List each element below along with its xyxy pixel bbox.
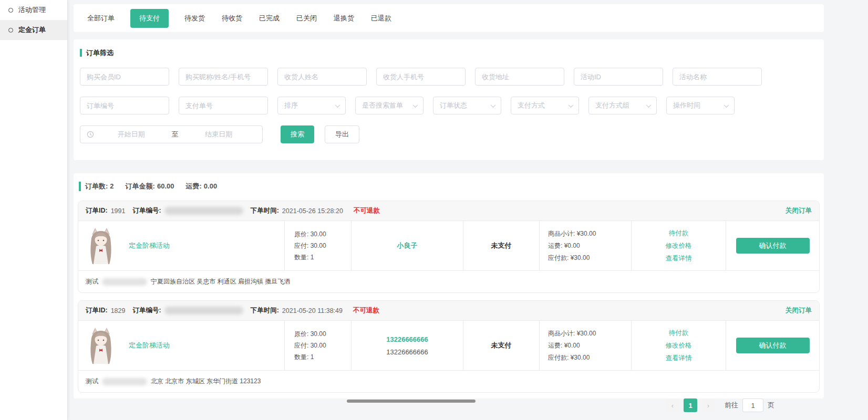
tab-pending-payment[interactable]: 待支付 [130,9,169,28]
order-no-redacted [164,207,243,215]
tab-completed[interactable]: 已完成 [258,9,281,28]
sidebar-item-deposit-orders[interactable]: 定金订单 [0,20,67,40]
buyer-cell: 小良子 [351,221,463,270]
freight-label: 运费: [548,242,562,249]
close-order-link[interactable]: 关闭订单 [786,206,812,215]
freight-value: 0.00 [204,182,217,190]
buyer-name-link[interactable]: 小良子 [397,241,418,250]
tab-pending-receipt[interactable]: 待收货 [221,9,243,28]
order-no-redacted [164,307,243,314]
radio-circle-icon [8,28,13,33]
sort-select[interactable]: 排序 [277,97,346,114]
product-name-link[interactable]: 定金阶梯活动 [129,341,170,350]
buyer-cell: 13226666666 13226666666 [351,321,463,370]
view-detail-link[interactable]: 查看详情 [666,354,692,363]
product-cell: 定金阶梯活动 [78,321,284,370]
qty-label: 数量: [294,254,308,261]
prev-page-button[interactable]: ‹ [666,398,679,412]
product-name-link[interactable]: 定金阶梯活动 [129,241,170,250]
actions-cell: 待付款 修改价格 查看详情 [631,321,726,370]
address-prefix: 测试 [86,377,98,386]
horizontal-scrollbar-thumb[interactable] [347,400,476,403]
buyer-name-link[interactable]: 13226666666 [386,335,428,343]
address-prefix: 测试 [86,277,98,286]
due-value: 30.00 [311,342,326,349]
order-address: 测试 宁夏回族自治区 吴忠市 利通区 扁担沟镇 擞旦飞洒 [78,270,819,292]
confirm-payment-button[interactable]: 确认付款 [736,338,810,353]
order-time: 2021-05-20 11:38:49 [282,307,343,314]
tab-closed[interactable]: 已关闭 [295,9,318,28]
order-time-label: 下单时间: [251,206,279,215]
date-separator: 至 [169,130,182,139]
refund-flag: 不可退款 [353,306,379,315]
consignee-name-input[interactable] [277,68,367,86]
confirm-payment-button[interactable]: 确认付款 [736,238,810,254]
order-amount-value: 60.00 [157,182,174,190]
product-cell: 定金阶梯活动 [78,221,284,270]
order-no-input[interactable] [80,97,169,114]
buyer-member-id-input[interactable] [80,68,169,86]
orig-price-label: 原价: [294,330,308,338]
orders-summary: 订单数:2 订单金额:60.00 运费:0.00 [79,182,820,191]
sidebar-item-label: 活动管理 [18,5,46,15]
status-pending-payment: 待付款 [669,229,689,238]
order-filter-panel: 订单筛选 排序 是否搜索首单 订单状态 [74,39,824,160]
page-1-button[interactable]: 1 [684,398,697,412]
product-image [87,327,115,364]
tab-pending-shipment[interactable]: 待发货 [183,9,206,28]
subtotal-value: ¥30.00 [577,230,596,237]
chevron-down-icon [569,102,574,108]
payment-no-input[interactable] [179,97,268,114]
operation-time-select[interactable]: 操作时间 [666,97,735,114]
sidebar: 活动管理 定金订单 [0,0,68,420]
tab-returns[interactable]: 退换货 [333,9,355,28]
orig-price-value: 30.00 [311,230,326,238]
chevron-down-icon [335,102,340,108]
orders-panel: 订单数:2 订单金额:60.00 运费:0.00 订单ID: 1991 订单编号… [74,173,824,398]
sidebar-item-label: 定金订单 [18,25,46,35]
order-status-select[interactable]: 订单状态 [433,97,501,114]
order-count-label: 订单数: [85,182,108,190]
edit-price-link[interactable]: 修改价格 [666,341,692,350]
radio-circle-icon [8,8,13,13]
consignee-phone-input[interactable] [376,68,466,86]
goto-page-input[interactable] [742,398,763,412]
order-card-header: 订单ID: 1829 订单编号: 下单时间: 2021-05-20 11:38:… [78,301,819,320]
shipping-address-input[interactable] [475,68,564,86]
order-admin-page: 活动管理 定金订单 全部订单 待支付 待发货 待收货 已完成 已关闭 退换货 已… [0,0,868,420]
edit-price-link[interactable]: 修改价格 [666,242,692,250]
tab-all-orders[interactable]: 全部订单 [86,9,116,28]
export-button[interactable]: 导出 [325,125,359,143]
due-label: 应付: [294,242,308,249]
payment-method-group-select[interactable]: 支付方式组 [588,97,657,114]
sidebar-item-activity-management[interactable]: 活动管理 [0,0,67,20]
activity-name-input[interactable] [673,68,762,86]
freight-label: 运费: [185,182,201,190]
search-button[interactable]: 搜索 [281,125,314,143]
due-value: 30.00 [311,242,326,249]
activity-id-input[interactable] [574,68,663,86]
status-pending-payment: 待付款 [669,329,689,338]
next-page-button[interactable]: › [701,398,715,412]
buyer-nickname-input[interactable] [179,68,268,86]
order-id: 1991 [111,207,126,215]
order-card: 订单ID: 1829 订单编号: 下单时间: 2021-05-20 11:38:… [78,300,820,393]
price-cell: 原价: 30.00 应付: 30.00 数量: 1 [284,321,351,370]
first-order-select[interactable]: 是否搜索首单 [355,97,423,114]
address-text: 北京 北京市 东城区 东华门街道 123123 [151,377,261,386]
qty-label: 数量: [294,353,308,361]
tab-refunded[interactable]: 已退款 [370,9,392,28]
order-no-label: 订单编号: [132,206,161,215]
order-id-label: 订单ID: [86,306,108,315]
view-detail-link[interactable]: 查看详情 [666,254,692,263]
chevron-down-icon [491,102,496,108]
payment-method-select[interactable]: 支付方式 [511,97,579,114]
orig-price-label: 原价: [294,230,308,238]
filter-title: 订单筛选 [80,49,818,57]
amounts-cell: 商品小计: ¥30.00 运费: ¥0.00 应付款: ¥30.00 [539,221,631,270]
close-order-link[interactable]: 关闭订单 [786,306,812,315]
date-range-picker[interactable]: 开始日期 至 结束日期 [80,125,263,143]
end-date-input: 结束日期 [182,130,256,139]
subtotal-value: ¥30.00 [577,330,596,337]
order-no-label: 订单编号: [132,306,161,315]
